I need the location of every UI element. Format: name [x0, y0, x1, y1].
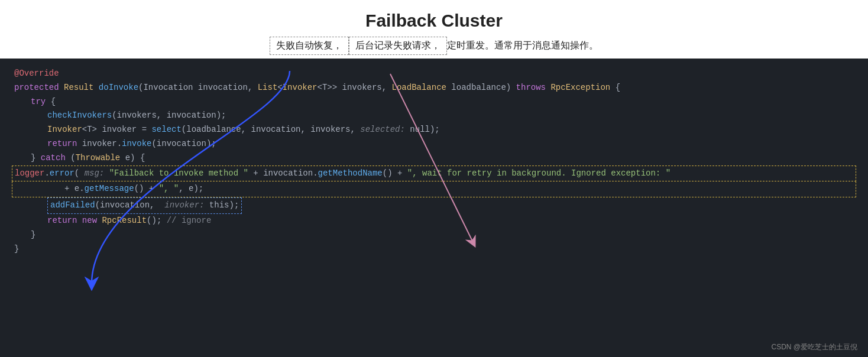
- watermark: CSDN @爱吃芝士的土豆倪: [771, 342, 857, 352]
- annotation-text: 定时重发。通常用于消息通知操作。: [447, 40, 598, 52]
- annotation-row: 失败自动恢复， 后台记录失败请求， 定时重发。通常用于消息通知操作。: [270, 37, 598, 55]
- code-line-catch: } catch (Throwable e) {: [14, 151, 854, 165]
- code-line-override: @Override: [14, 67, 854, 81]
- code-line-checkinvokers: checkInvokers(invokers, invocation);: [14, 109, 854, 123]
- annotation-box2: 后台记录失败请求，: [349, 37, 447, 55]
- code-line-close-catch: }: [14, 228, 854, 242]
- page-wrapper: Failback Cluster 失败自动恢复， 后台记录失败请求， 定时重发。…: [0, 0, 868, 357]
- code-line-addfailed: addFailed(invocation, invoker: this);: [14, 197, 854, 214]
- code-line-return-invoke: return invoker.invoke(invocation);: [14, 137, 854, 151]
- code-line-close-method: }: [14, 242, 854, 257]
- page-title: Failback Cluster: [365, 11, 503, 30]
- annotation-box1: 失败自动恢复，: [270, 37, 349, 55]
- title-area: Failback Cluster: [365, 0, 503, 37]
- code-line-method-sig: protected Result doInvoke(Invocation inv…: [14, 81, 854, 95]
- code-line-logger2: + e.getMessage() + ", ", e);: [12, 181, 856, 197]
- code-line-logger: logger.error( msg: "Failback to invoke m…: [12, 165, 856, 182]
- code-line-return-rpcresult: return new RpcResult(); // ignore: [14, 214, 854, 228]
- code-block: @Override protected Result doInvoke(Invo…: [14, 67, 854, 256]
- code-line-select: Invoker<T> invoker = select(loadbalance,…: [14, 123, 854, 137]
- code-panel: @Override protected Result doInvoke(Invo…: [0, 59, 868, 357]
- code-line-try: try {: [14, 95, 854, 109]
